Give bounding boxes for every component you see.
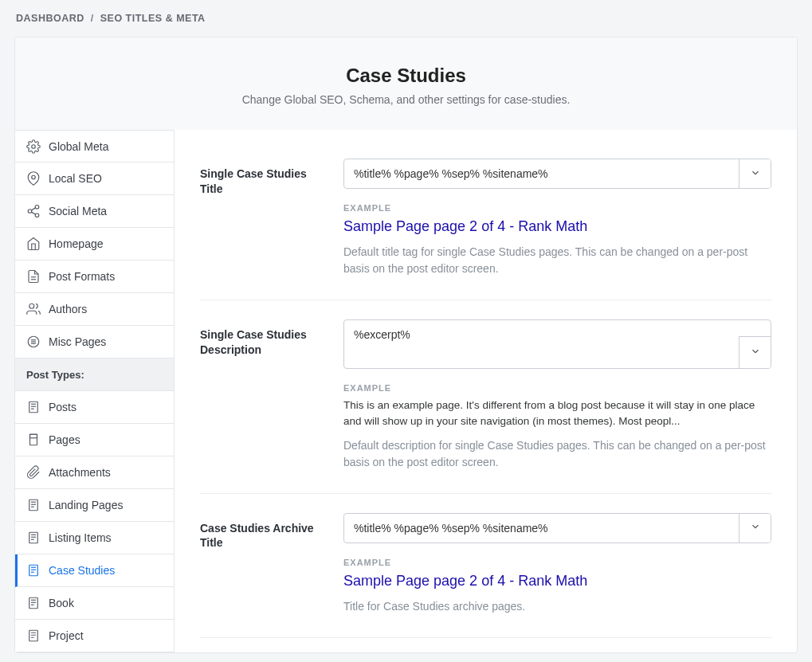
- svg-point-9: [29, 304, 34, 308]
- sidebar-item-project[interactable]: Project: [15, 620, 174, 652]
- sidebar-item-label: Misc Pages: [49, 335, 106, 348]
- sidebar-item-pages[interactable]: Pages: [15, 424, 174, 456]
- sidebar-item-label: Posts: [49, 401, 76, 413]
- help-text: Default description for single Case Stud…: [343, 437, 771, 471]
- sidebar-item-global-meta[interactable]: Global Meta: [15, 130, 174, 163]
- svg-rect-28: [29, 565, 38, 576]
- svg-rect-19: [30, 434, 37, 438]
- svg-point-1: [32, 175, 36, 179]
- sidebar-item-book[interactable]: Book: [15, 587, 174, 620]
- post-icon: [26, 596, 41, 610]
- svg-rect-18: [30, 434, 37, 445]
- svg-point-4: [35, 213, 39, 217]
- breadcrumb-sep: /: [91, 13, 94, 24]
- chevron-down-icon: [750, 346, 761, 359]
- single-description-input[interactable]: [344, 320, 739, 368]
- field-single-title: Single Case Studies Title EXAMPLE Sample: [200, 152, 771, 300]
- sidebar-item-authors[interactable]: Authors: [15, 293, 174, 326]
- input-wrap: [343, 159, 771, 189]
- sidebar-item-label: Case Studies: [49, 564, 115, 577]
- example-preview-title: Sample Page page 2 of 4 - Rank Math: [343, 217, 771, 236]
- sidebar-item-social-meta[interactable]: Social Meta: [15, 195, 174, 228]
- sidebar-item-listing-items[interactable]: Listing Items: [15, 522, 174, 554]
- document-icon: [26, 269, 41, 284]
- page-icon: [26, 433, 41, 447]
- panel-header: Case Studies Change Global SEO, Schema, …: [15, 37, 797, 130]
- sidebar-item-label: Local SEO: [49, 172, 102, 185]
- breadcrumb-dashboard[interactable]: DASHBOARD: [16, 13, 84, 24]
- svg-rect-24: [29, 532, 38, 543]
- chevron-down-icon: [750, 167, 761, 181]
- sidebar: Global Meta Local SEO Social Meta: [15, 130, 175, 652]
- sidebar-item-landing-pages[interactable]: Landing Pages: [15, 489, 174, 522]
- post-icon: [26, 563, 41, 578]
- sidebar-item-label: Project: [49, 629, 84, 642]
- post-icon: [26, 629, 41, 643]
- svg-point-0: [32, 144, 36, 148]
- field-label: Single Case Studies Description: [200, 319, 320, 470]
- variables-dropdown-button[interactable]: [739, 336, 771, 368]
- sidebar-item-local-seo[interactable]: Local SEO: [15, 163, 174, 195]
- help-text: Default title tag for single Case Studie…: [343, 244, 771, 277]
- sidebar-item-label: Homepage: [49, 237, 104, 250]
- svg-rect-32: [29, 597, 38, 609]
- single-title-input[interactable]: [344, 159, 739, 188]
- pin-icon: [26, 171, 41, 186]
- svg-rect-36: [29, 630, 38, 641]
- sidebar-item-label: Landing Pages: [49, 499, 123, 511]
- example-preview-title: Sample Page page 2 of 4 - Rank Math: [343, 572, 771, 590]
- sidebar-item-label: Global Meta: [49, 140, 108, 153]
- post-icon: [26, 531, 41, 545]
- sidebar-item-posts[interactable]: Posts: [15, 391, 174, 424]
- sidebar-item-label: Social Meta: [49, 205, 107, 217]
- page-subtitle: Change Global SEO, Schema, and other set…: [31, 93, 781, 106]
- example-label: EXAMPLE: [343, 383, 771, 393]
- sidebar-item-label: Post Formats: [49, 270, 115, 283]
- sidebar-section-post-types: Post Types:: [15, 358, 174, 391]
- field-archive-title: Case Studies Archive Title EXAMPLE Sampl…: [200, 494, 771, 638]
- content-area: Single Case Studies Title EXAMPLE Sample: [175, 130, 797, 652]
- sidebar-item-homepage[interactable]: Homepage: [15, 228, 174, 260]
- sidebar-item-label: Pages: [49, 433, 80, 446]
- breadcrumb-current: SEO TITLES & META: [100, 13, 206, 24]
- users-icon: [26, 302, 41, 316]
- post-icon: [26, 400, 41, 414]
- field-single-description: Single Case Studies Description EXAMPLE …: [200, 300, 771, 493]
- sidebar-item-label: Book: [49, 597, 74, 609]
- breadcrumb: DASHBOARD / SEO TITLES & META: [14, 0, 798, 37]
- sidebar-item-attachments[interactable]: Attachments: [15, 456, 174, 489]
- sidebar-item-label: Authors: [49, 303, 87, 315]
- field-label: Single Case Studies Title: [200, 159, 320, 277]
- sidebar-item-post-formats[interactable]: Post Formats: [15, 260, 174, 293]
- page-title: Case Studies: [31, 65, 781, 87]
- share-icon: [26, 204, 41, 218]
- svg-rect-20: [29, 499, 38, 511]
- example-label: EXAMPLE: [343, 203, 771, 213]
- sidebar-item-misc-pages[interactable]: Misc Pages: [15, 326, 174, 358]
- sidebar-item-case-studies[interactable]: Case Studies: [15, 554, 174, 587]
- example-label: EXAMPLE: [343, 558, 771, 567]
- field-label: Case Studies Archive Title: [200, 513, 320, 615]
- gear-icon: [26, 139, 41, 154]
- input-wrap: [343, 319, 771, 369]
- svg-line-6: [31, 208, 35, 210]
- svg-point-3: [28, 210, 32, 213]
- chevron-down-icon: [750, 521, 761, 535]
- help-text: Title for Case Studies archive pages.: [343, 598, 771, 615]
- variables-dropdown-button[interactable]: [739, 159, 771, 188]
- archive-title-input[interactable]: [344, 514, 739, 543]
- svg-point-2: [35, 206, 39, 210]
- svg-rect-14: [29, 402, 38, 413]
- paperclip-icon: [26, 465, 41, 480]
- svg-line-5: [31, 212, 35, 214]
- input-wrap: [343, 513, 771, 543]
- example-preview-description: This is an example page. It's different …: [343, 398, 771, 429]
- settings-panel: Case Studies Change Global SEO, Schema, …: [14, 37, 798, 653]
- home-icon: [26, 237, 41, 251]
- sidebar-item-label: Listing Items: [49, 531, 112, 544]
- post-icon: [26, 498, 41, 512]
- variables-dropdown-button[interactable]: [739, 514, 771, 543]
- list-icon: [26, 335, 41, 349]
- sidebar-item-label: Attachments: [49, 466, 111, 479]
